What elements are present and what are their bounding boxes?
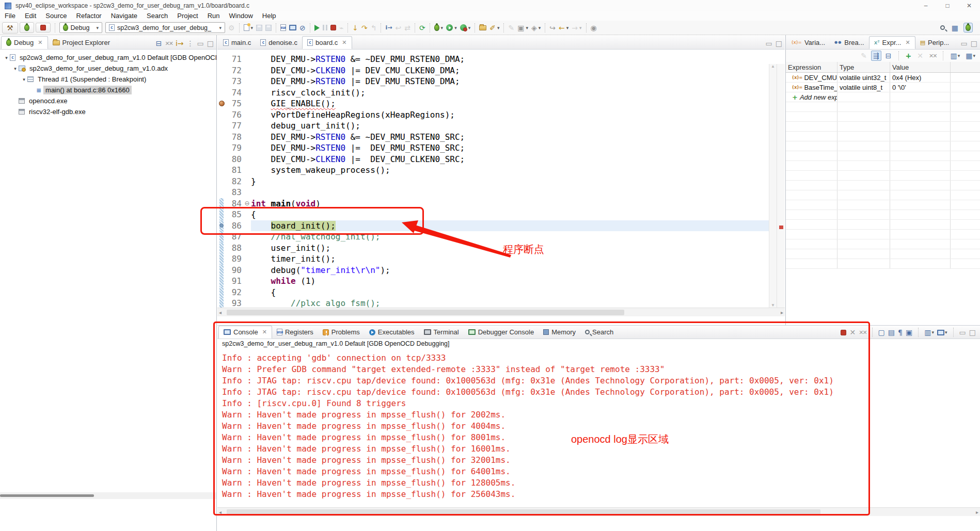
annotation-gutter[interactable] <box>217 87 226 99</box>
mark-occurrences-button[interactable]: ✎ <box>507 23 516 33</box>
debug-perspective-button[interactable] <box>963 23 973 33</box>
show-type-names-button[interactable]: ✎ <box>859 51 868 60</box>
minimize-console-button[interactable]: ▭ <box>959 329 966 336</box>
use-step-filters-button[interactable]: ⇄ <box>403 23 412 33</box>
display-selected-console-button[interactable]: ▥▾ <box>924 329 934 336</box>
menu-window[interactable]: Window <box>225 11 258 21</box>
expression-row[interactable]: (x)=BaseTime_2mvolatile uint8_t0 '\0' <box>786 83 980 92</box>
scroll-up-arrow[interactable]: ▲ <box>771 64 775 69</box>
minimize-view-button[interactable]: ▭ <box>961 40 968 47</box>
annotation-gutter[interactable] <box>217 109 226 121</box>
scrollbar-thumb[interactable] <box>227 310 624 315</box>
build-button[interactable]: ⚒ <box>2 22 18 34</box>
fold-collapse-icon[interactable]: ⊖ <box>243 198 251 210</box>
word-wrap-button[interactable]: ¶ <box>898 329 903 336</box>
annotation-gutter[interactable] <box>217 209 226 220</box>
terminate-button[interactable] <box>329 24 338 31</box>
debug-mode-combo[interactable]: Debug▾ <box>59 22 102 33</box>
expander-open-icon[interactable]: ▾ <box>21 77 27 82</box>
last-edit-location-button[interactable]: ↪ <box>548 23 557 33</box>
resume-button[interactable] <box>313 24 321 32</box>
tree-item[interactable]: riscv32-elf-gdb.exe <box>0 106 216 117</box>
annotation-gutter[interactable] <box>217 120 226 132</box>
view-tab-varia-[interactable]: (x)=Varia... <box>787 36 830 49</box>
code-line[interactable]: 71 DEV_RMU->RSTEN0 &= ~DEV_RMU_RSTEN0_DM… <box>217 54 769 65</box>
code-line[interactable]: 75 GIE_ENABLE(); <box>217 98 769 109</box>
annotation-gutter[interactable] <box>217 176 226 187</box>
remove-all-expressions-button[interactable]: ✕✕ <box>927 52 938 60</box>
code-line[interactable]: 90 debug("timer_init\r\n"); <box>217 265 769 276</box>
code-line[interactable]: 74 riscv_clock_init(); <box>217 87 769 99</box>
scroll-lock-button[interactable]: ▤ <box>888 329 895 336</box>
code-line[interactable]: 91 while (1) <box>217 276 769 287</box>
collapse-all-button[interactable]: ⊟ <box>156 40 162 47</box>
annotation-gutter[interactable] <box>217 154 226 165</box>
next-annotation-button[interactable]: ▣▾ <box>516 23 530 33</box>
tree-item[interactable]: openocd.exe <box>0 95 216 106</box>
view-tab-executables[interactable]: Executables <box>365 326 419 339</box>
editor-tab-main-c[interactable]: cmain.c <box>218 36 256 49</box>
step-return-button[interactable]: ↰ <box>369 23 378 33</box>
open-perspective-button[interactable]: ▦ <box>950 23 960 33</box>
scroll-left-arrow[interactable]: ◂ <box>219 509 222 515</box>
back-button[interactable]: ←▾ <box>557 23 570 33</box>
code-line[interactable]: 86 board_init(); <box>217 220 769 232</box>
remove-expression-button[interactable]: ✕ <box>915 51 925 60</box>
profile-button[interactable]: ▾ <box>459 23 472 32</box>
annotation-gutter[interactable] <box>217 54 226 65</box>
menu-edit[interactable]: Edit <box>20 11 41 21</box>
save-button[interactable] <box>255 24 264 32</box>
column-header-value[interactable]: Value <box>890 62 951 72</box>
maximize-editor-button[interactable]: □ <box>776 40 782 47</box>
maximize-view-button[interactable]: □ <box>971 40 977 47</box>
code-line[interactable]: 88 user_init(); <box>217 243 769 254</box>
close-icon[interactable]: ✕ <box>342 39 346 46</box>
debug-history-button[interactable]: ▾ <box>433 23 445 32</box>
annotation-gutter[interactable] <box>217 243 226 254</box>
code-line[interactable]: 77 debug_uart_init(); <box>217 120 769 132</box>
annotation-gutter[interactable] <box>217 132 226 143</box>
debug-view-hscrollbar[interactable] <box>0 492 216 499</box>
expander-open-icon[interactable]: ▾ <box>12 66 19 71</box>
close-window-button[interactable]: ✕ <box>958 0 980 11</box>
annotation-gutter[interactable] <box>217 76 226 87</box>
scroll-down-arrow[interactable]: ▼ <box>771 303 775 308</box>
code-line[interactable]: 73 DEV_RMU->RSTEN0 |= DEV_RMU_RSTEN0_DMA… <box>217 76 769 87</box>
view-tab-debugger-console[interactable]: Debugger Console <box>464 326 539 339</box>
annotation-gutter[interactable] <box>217 231 226 243</box>
scrollbar-thumb[interactable] <box>227 509 820 515</box>
clear-console-button[interactable]: ▢ <box>878 329 885 336</box>
view-tab-console[interactable]: Console✕ <box>218 326 272 339</box>
quick-search-button[interactable] <box>939 24 946 31</box>
search-mark-button[interactable]: ✐▾ <box>488 23 501 33</box>
menu-file[interactable]: File <box>0 11 20 21</box>
annotation-gutter[interactable] <box>217 265 226 276</box>
menu-search[interactable]: Search <box>142 11 172 21</box>
open-binary-button[interactable]: 010 <box>279 23 288 32</box>
annotation-gutter[interactable] <box>217 198 226 210</box>
step-over-button[interactable]: ↷ <box>360 23 369 33</box>
menu-project[interactable]: Project <box>172 11 202 21</box>
menu-refactor[interactable]: Refactor <box>72 11 106 21</box>
menu-navigate[interactable]: Navigate <box>106 11 142 21</box>
scrollbar-thumb[interactable] <box>0 494 94 497</box>
menu-help[interactable]: Help <box>258 11 281 21</box>
terminate-console-button[interactable] <box>841 330 846 335</box>
code-line[interactable]: 79 DEV_RMU->RSTEN0 |= DEV_RMU_RSTEN0_SRC… <box>217 142 769 154</box>
run-history-button[interactable]: ▾ <box>445 23 459 32</box>
code-line[interactable]: 85{ <box>217 209 769 220</box>
maximize-window-button[interactable]: □ <box>937 0 958 11</box>
annotation-gutter[interactable] <box>217 142 226 154</box>
minimize-view-button[interactable]: ▭ <box>197 40 204 47</box>
view-tab-memory[interactable]: Memory <box>539 326 580 339</box>
tree-item[interactable]: ▾sp2cw3_demo_for_user_debug_ram_v1.0.adx <box>0 63 216 74</box>
maximize-view-button[interactable]: □ <box>207 40 214 47</box>
view-tab-registers[interactable]: 1010Registers <box>272 326 318 339</box>
remove-launch-button[interactable]: ✕ <box>849 329 856 336</box>
breakpoint-icon[interactable] <box>219 101 225 106</box>
view-tab-debug[interactable]: Debug✕ <box>1 36 48 49</box>
launch-config-combo[interactable]: csp2cw3_demo_for_user_debug_▾ <box>105 22 225 33</box>
add-expression-button[interactable]: + <box>904 51 913 60</box>
column-header-type[interactable]: Type <box>837 62 890 72</box>
code-line[interactable]: 76 vPortDefineHeapRegions(xHeapRegions); <box>217 109 769 121</box>
